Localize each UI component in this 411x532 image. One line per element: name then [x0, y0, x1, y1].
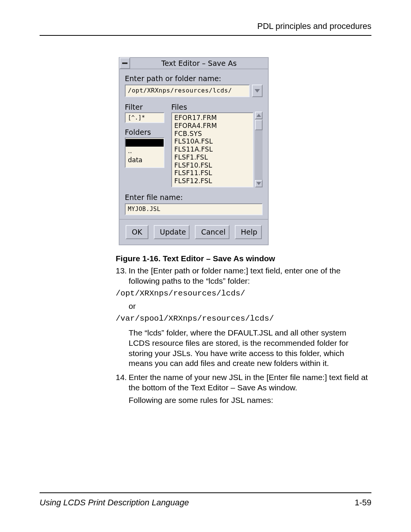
path-input[interactable]: /opt/XRXnps/resources/lcds/: [125, 85, 250, 97]
path-dropdown-button[interactable]: [252, 85, 263, 97]
list-item[interactable]: EFORA4.FRM: [172, 122, 253, 130]
folder-item[interactable]: data: [126, 156, 164, 165]
filter-label: Filter: [125, 102, 167, 112]
list-item[interactable]: FLS10A.FSL: [172, 137, 253, 145]
figure-caption: Figure 1-16. Text Editor – Save As windo…: [116, 254, 368, 264]
help-button[interactable]: Help: [235, 225, 262, 239]
list-item[interactable]: EFOR17.FRM: [172, 114, 253, 122]
update-button[interactable]: Update: [154, 225, 190, 239]
scroll-thumb[interactable]: [255, 120, 263, 130]
files-list[interactable]: EFOR17.FRM EFORA4.FRM FCB.SYS FLS10A.FSL…: [171, 112, 253, 187]
list-item[interactable]: FLSF12.FSL: [172, 177, 253, 185]
chevron-down-icon: [255, 89, 260, 93]
footer-book-title: Using LCDS Print Description Language: [40, 498, 189, 508]
scroll-track[interactable]: [255, 119, 263, 180]
list-item[interactable]: FCB.SYS: [172, 130, 253, 138]
filename-input[interactable]: MYJOB.JSL: [125, 203, 263, 215]
cancel-button[interactable]: Cancel: [195, 225, 229, 239]
step-text: Enter the name of your new JSL in the [E…: [129, 372, 368, 393]
filename-label: Enter file name:: [125, 193, 263, 202]
dialog-title: Text Editor – Save As: [130, 59, 268, 68]
step-number: 13.: [116, 266, 129, 286]
body-text: Following are some rules for JSL names:: [129, 395, 368, 406]
code-path: /opt/XRXnps/resources/lcds/: [116, 289, 368, 299]
list-item[interactable]: FLSF11.FSL: [172, 169, 253, 177]
folder-item[interactable]: ..: [126, 147, 164, 156]
list-item[interactable]: FLS11A.FSL: [172, 145, 253, 153]
step-number: 14.: [116, 372, 129, 393]
footer-page-number: 1-59: [355, 498, 371, 508]
files-label: Files: [171, 102, 253, 112]
files-scrollbar[interactable]: [255, 102, 263, 187]
window-menu-icon[interactable]: [119, 58, 130, 69]
folder-item-selected[interactable]: [126, 139, 164, 147]
filter-input[interactable]: [^.]*: [125, 112, 164, 123]
code-path: /var/spool/XRXnps/resources/lcds/: [116, 314, 368, 324]
section-header: PDL principles and procedures: [40, 21, 371, 36]
folders-list[interactable]: .. data: [125, 137, 164, 168]
body-text: The “lcds” folder, where the DFAULT.JSL …: [129, 328, 368, 369]
folders-label: Folders: [125, 128, 167, 137]
path-label: Enter path or folder name:: [125, 74, 263, 83]
step-text: In the [Enter path or folder name:] text…: [129, 266, 368, 286]
body-text: or: [129, 301, 368, 312]
list-item[interactable]: FLSF10.FSL: [172, 161, 253, 169]
ok-button[interactable]: OK: [126, 225, 148, 239]
list-item[interactable]: FLSF1.FSL: [172, 153, 253, 161]
figure-dialog-screenshot: Text Editor – Save As Enter path or fold…: [119, 57, 368, 245]
scroll-up-icon[interactable]: [255, 112, 263, 119]
scroll-down-icon[interactable]: [255, 180, 263, 187]
